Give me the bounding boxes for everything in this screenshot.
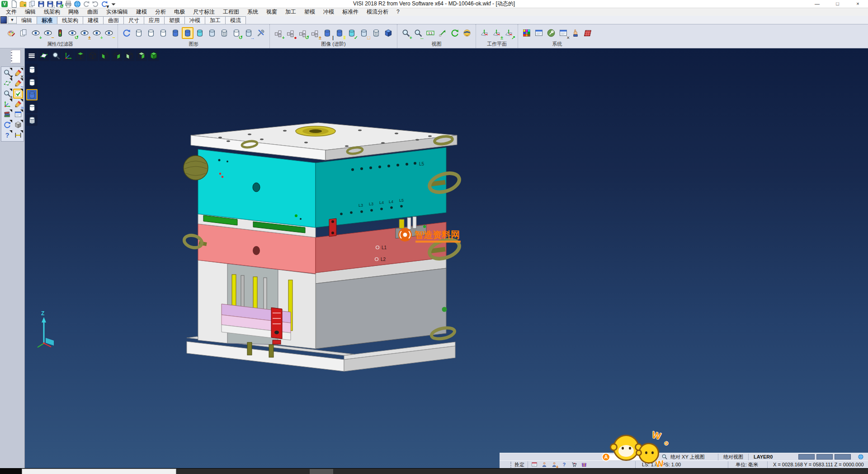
help-icon[interactable] (560, 461, 568, 468)
dock-drag-handle[interactable] (11, 50, 21, 63)
spline-edit-icon[interactable]: ≈ (13, 99, 23, 109)
menu-工程图[interactable]: 工程图 (219, 8, 243, 16)
new-file-icon[interactable] (10, 0, 18, 8)
view-mode-label[interactable]: 绝对视图 (723, 453, 743, 461)
more-commands-icon[interactable] (109, 0, 118, 8)
attributes-palette-icon[interactable] (5, 27, 17, 39)
entities-toggle-icon[interactable]: ± (309, 27, 321, 39)
selection-options-icon[interactable]: ▾ (2, 68, 12, 78)
view-left-icon[interactable] (99, 50, 110, 61)
solid-shaded-icon[interactable] (382, 27, 394, 39)
view-menu-icon[interactable] (26, 50, 37, 61)
view-iso-wire-icon[interactable] (87, 50, 98, 61)
help-icon[interactable] (2, 130, 12, 140)
wireframe-3-icon[interactable] (157, 27, 169, 39)
tab-编辑[interactable]: 编辑 (16, 16, 37, 24)
show-entities-icon[interactable]: + (30, 27, 42, 39)
menu-曲面[interactable]: 曲面 (83, 8, 102, 16)
taskbar-app-button[interactable] (310, 469, 333, 474)
refresh-visibility-icon[interactable]: ↺ (66, 27, 78, 39)
tab-线架构[interactable]: 线架构 (57, 16, 83, 24)
visibility-filter-icon[interactable] (54, 27, 66, 39)
menu-电极[interactable]: 电极 (170, 8, 189, 16)
copy-file-icon[interactable] (28, 0, 36, 8)
cart-icon[interactable] (570, 461, 578, 468)
toggle-show-hide-icon[interactable]: ± (79, 27, 90, 39)
hide-entities-icon[interactable]: − (42, 27, 54, 39)
ghost-icon[interactable] (206, 27, 218, 39)
menu-模流分析[interactable]: 模流分析 (363, 8, 392, 16)
undo-history-icon[interactable]: ▾ (100, 0, 108, 8)
menu-分析[interactable]: 分析 (151, 8, 170, 16)
minimize-button[interactable]: — (807, 0, 827, 8)
solid-info-icon[interactable]: □ (358, 27, 370, 39)
plugins-icon[interactable] (580, 461, 588, 468)
color-table-icon[interactable] (521, 27, 533, 39)
units-readout[interactable]: 单位: 毫米 (736, 461, 758, 468)
render-hatch-icon[interactable] (26, 114, 38, 126)
entities-regen-icon[interactable]: ↺ (297, 27, 309, 39)
zoom-toggle-icon[interactable]: ± (2, 89, 12, 99)
layer-label[interactable]: LAYER0 (754, 453, 773, 461)
tab-dropdown-button[interactable]: ▼ (8, 16, 17, 24)
regen-view-icon[interactable] (2, 120, 12, 130)
taskbar-search-box[interactable] (22, 469, 176, 474)
save-file-icon[interactable] (37, 0, 45, 8)
zoom-scale-icon[interactable] (425, 27, 436, 39)
render-wire-b-icon[interactable] (26, 76, 38, 88)
redo-icon[interactable] (91, 0, 99, 8)
layer-swatch-3[interactable] (835, 454, 851, 460)
wireframe-2-icon[interactable] (145, 27, 157, 39)
zoom-in-icon[interactable]: + (400, 27, 412, 39)
solid-hatch-icon[interactable] (370, 27, 382, 39)
panel-icon[interactable] (530, 461, 538, 468)
menu-视窗[interactable]: 视窗 (262, 8, 281, 16)
solid-verify-icon[interactable]: ✓ (346, 27, 358, 39)
menu-文件[interactable]: 文件 (2, 8, 21, 16)
wcs-axes-icon[interactable] (2, 99, 12, 109)
layer-swatch-1[interactable] (798, 454, 815, 460)
save-all-icon[interactable]: ↺ (55, 0, 63, 8)
print-icon[interactable] (64, 0, 72, 8)
menu-?[interactable]: ? (392, 8, 404, 16)
view-right-icon[interactable] (111, 50, 123, 61)
solid-stripe-icon[interactable]: ‖ (334, 27, 345, 39)
system-config-icon[interactable] (545, 27, 557, 39)
menu-冲模[interactable]: 冲模 (319, 8, 338, 16)
tab-应用[interactable]: 应用 (144, 16, 165, 24)
grid-settings-icon[interactable] (582, 27, 594, 39)
status-grip[interactable] (510, 462, 512, 468)
layer-swatch-2[interactable] (816, 454, 833, 460)
zoom-select-icon[interactable] (437, 27, 448, 39)
undo-icon[interactable] (82, 0, 90, 8)
layers-window-icon[interactable] (13, 109, 23, 119)
hide-all-icon[interactable]: − (103, 27, 115, 39)
copy-attributes-icon[interactable] (18, 27, 29, 39)
menu-网格[interactable]: 网格 (64, 8, 83, 16)
plane-selection-icon[interactable] (2, 78, 12, 88)
solid-gray-icon[interactable] (13, 120, 23, 130)
workplane-xy-icon[interactable] (479, 27, 491, 39)
menu-实体编辑[interactable]: 实体编辑 (102, 8, 132, 16)
close-button[interactable]: × (848, 0, 868, 8)
selection-confirm-icon[interactable] (13, 89, 23, 99)
web-globe-icon[interactable] (73, 0, 81, 8)
workplane-edit-icon[interactable]: ± (491, 27, 503, 39)
tab-加工[interactable]: 加工 (205, 16, 226, 24)
view-top-icon[interactable] (75, 50, 86, 61)
view-plane-icon[interactable] (38, 50, 49, 61)
render-shaded-icon[interactable] (26, 89, 38, 100)
tab-尺寸[interactable]: 尺寸 (123, 16, 144, 24)
show-all-icon[interactable]: + (91, 27, 103, 39)
shaded-icon[interactable] (170, 27, 181, 39)
zoom-extents-icon[interactable]: ↔ (412, 27, 424, 39)
save-as-icon[interactable]: □ (46, 0, 54, 8)
tab-模流[interactable]: 模流 (225, 16, 246, 24)
workplane-move-icon[interactable]: ↗ (503, 27, 515, 39)
view-axes-icon[interactable] (62, 50, 74, 61)
wireframe-1-icon[interactable] (133, 27, 145, 39)
menu-编辑[interactable]: 编辑 (21, 8, 40, 16)
3d-viewport[interactable]: L5 L3 L3 L4 L4 L5 (25, 48, 868, 468)
menu-加工[interactable]: 加工 (281, 8, 300, 16)
graphics-settings-icon[interactable] (255, 27, 267, 39)
